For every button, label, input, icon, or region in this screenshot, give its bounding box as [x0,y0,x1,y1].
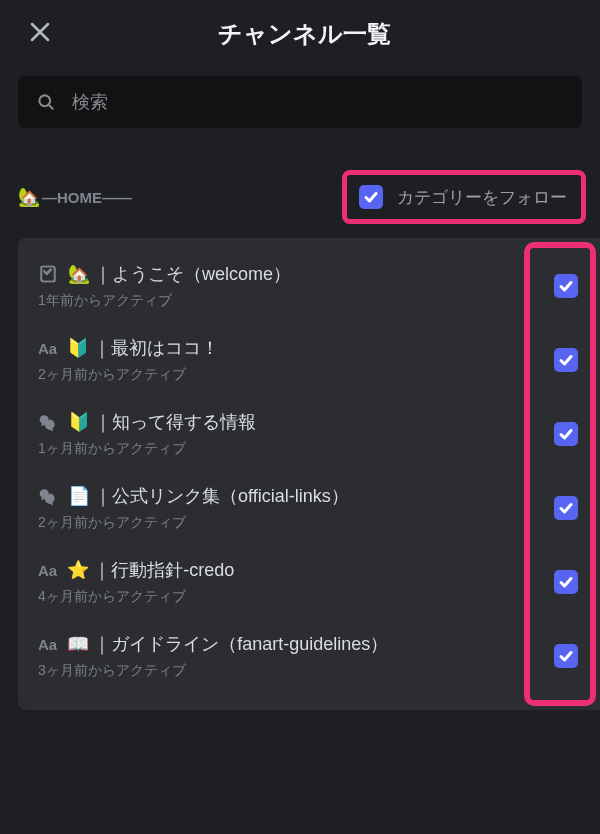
channel-name: 🏡 ｜ようこそ（welcome） [38,262,544,286]
channel-name-text: ｜ようこそ（welcome） [94,262,291,286]
channel-emoji: 🏡 [68,263,90,285]
text-channel-icon: Aa [38,636,57,653]
channel-checkbox[interactable] [554,274,578,298]
channel-name-text: ｜知って得する情報 [94,410,256,434]
channel-item[interactable]: 📄 ｜公式リンク集（official-links） 2ヶ月前からアクティブ [30,470,600,544]
channel-emoji: 📄 [68,485,90,507]
channel-checkbox[interactable] [554,496,578,520]
channel-info: Aa ⭐ ｜行動指針-credo 4ヶ月前からアクティブ [38,558,544,606]
channel-info: Aa 🔰 ｜最初はココ！ 2ヶ月前からアクティブ [38,336,544,384]
page-title: チャンネル一覧 [28,18,580,50]
channel-meta: 2ヶ月前からアクティブ [38,514,544,532]
channel-info: Aa 📖 ｜ガイドライン（fanart-guidelines） 3ヶ月前からアク… [38,632,544,680]
channel-checkbox[interactable] [554,422,578,446]
channel-name: 📄 ｜公式リンク集（official-links） [38,484,544,508]
channel-meta: 3ヶ月前からアクティブ [38,662,544,680]
channel-list: 🏡 ｜ようこそ（welcome） 1年前からアクティブ Aa 🔰 ｜最初はココ！… [18,238,600,710]
channel-name: Aa ⭐ ｜行動指針-credo [38,558,544,582]
search-icon [36,92,56,112]
channel-meta: 1ヶ月前からアクティブ [38,440,544,458]
channel-checkbox[interactable] [554,570,578,594]
rules-channel-icon [38,264,58,284]
search-container: 検索 [0,68,600,140]
channel-emoji: ⭐ [67,559,89,581]
forum-channel-icon [38,412,58,432]
channel-name-text: ｜最初はココ！ [93,336,219,360]
channel-item[interactable]: 🔰 ｜知って得する情報 1ヶ月前からアクティブ [30,396,600,470]
channel-meta: 1年前からアクティブ [38,292,544,310]
channel-name: Aa 📖 ｜ガイドライン（fanart-guidelines） [38,632,544,656]
channel-emoji: 🔰 [68,411,90,433]
category-label: 🏡 —HOME—— [18,186,132,208]
channel-emoji: 🔰 [67,337,89,359]
close-icon[interactable] [28,20,52,49]
channel-name-text: ｜公式リンク集（official-links） [94,484,349,508]
channel-info: 📄 ｜公式リンク集（official-links） 2ヶ月前からアクティブ [38,484,544,532]
house-icon: 🏡 [18,186,40,208]
channel-emoji: 📖 [67,633,89,655]
channel-meta: 2ヶ月前からアクティブ [38,366,544,384]
header: チャンネル一覧 [0,0,600,68]
follow-label: カテゴリーをフォロー [397,186,567,209]
search-input[interactable]: 検索 [18,76,582,128]
channel-name: 🔰 ｜知って得する情報 [38,410,544,434]
channel-item[interactable]: Aa ⭐ ｜行動指針-credo 4ヶ月前からアクティブ [30,544,600,618]
channel-name: Aa 🔰 ｜最初はココ！ [38,336,544,360]
svg-line-3 [49,105,53,109]
channel-item[interactable]: Aa 🔰 ｜最初はココ！ 2ヶ月前からアクティブ [30,322,600,396]
channel-item[interactable]: Aa 📖 ｜ガイドライン（fanart-guidelines） 3ヶ月前からアク… [30,618,600,692]
search-placeholder: 検索 [72,90,108,114]
channel-checkbox[interactable] [554,348,578,372]
channel-checkbox[interactable] [554,644,578,668]
follow-category-toggle[interactable]: カテゴリーをフォロー [342,170,586,224]
follow-checkbox[interactable] [359,185,383,209]
channel-info: 🏡 ｜ようこそ（welcome） 1年前からアクティブ [38,262,544,310]
channel-info: 🔰 ｜知って得する情報 1ヶ月前からアクティブ [38,410,544,458]
channel-meta: 4ヶ月前からアクティブ [38,588,544,606]
forum-channel-icon [38,486,58,506]
category-row: 🏡 —HOME—— カテゴリーをフォロー [0,140,600,238]
channel-name-text: ｜ガイドライン（fanart-guidelines） [93,632,388,656]
text-channel-icon: Aa [38,340,57,357]
channel-item[interactable]: 🏡 ｜ようこそ（welcome） 1年前からアクティブ [30,248,600,322]
channel-name-text: ｜行動指針-credo [93,558,234,582]
text-channel-icon: Aa [38,562,57,579]
